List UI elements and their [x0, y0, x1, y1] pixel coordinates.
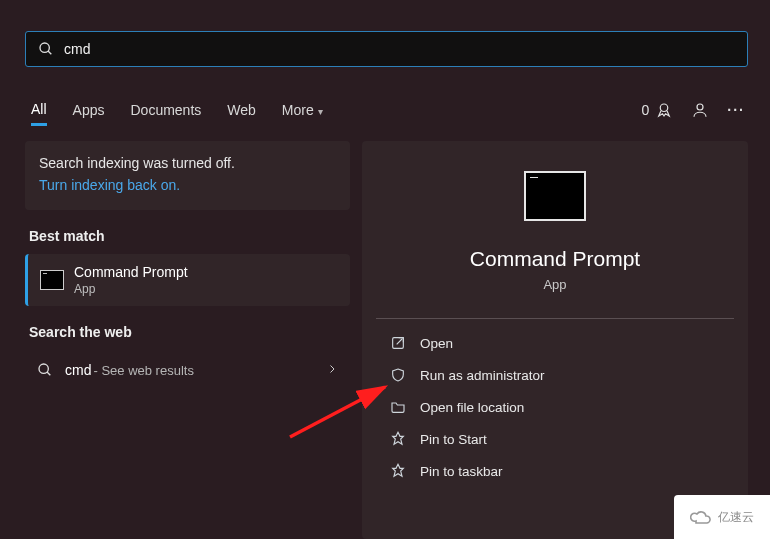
best-match-title: Command Prompt [74, 264, 188, 280]
rewards-button[interactable]: 0 [642, 101, 674, 119]
pin-icon [390, 463, 406, 479]
action-run-admin[interactable]: Run as administrator [386, 359, 724, 391]
web-result-item[interactable]: cmd - See web results [25, 350, 350, 390]
web-result-suffix: - See web results [93, 363, 193, 378]
divider [376, 318, 734, 319]
more-options-button[interactable]: ··· [727, 102, 745, 118]
action-open-location[interactable]: Open file location [386, 391, 724, 423]
search-icon [37, 362, 53, 378]
tab-documents[interactable]: Documents [130, 96, 201, 124]
chevron-right-icon [326, 362, 338, 378]
search-icon [38, 41, 54, 57]
person-icon [691, 101, 709, 119]
cloud-icon [690, 508, 714, 526]
tab-more[interactable]: More▾ [282, 96, 323, 124]
svg-point-4 [39, 364, 48, 373]
preview-subtitle: App [543, 277, 566, 292]
preview-app-icon [524, 171, 586, 221]
header-controls: 0 ··· [642, 101, 745, 119]
tab-apps[interactable]: Apps [73, 96, 105, 124]
action-pin-taskbar-label: Pin to taskbar [420, 464, 503, 479]
cmd-icon [40, 270, 64, 290]
svg-point-2 [661, 104, 669, 112]
tab-web[interactable]: Web [227, 96, 256, 124]
best-match-item[interactable]: Command Prompt App [25, 254, 350, 306]
svg-point-3 [697, 104, 703, 110]
action-pin-start[interactable]: Pin to Start [386, 423, 724, 455]
preview-actions: Open Run as administrator Open file loca… [376, 327, 734, 487]
shield-icon [390, 367, 406, 383]
svg-line-1 [48, 51, 51, 54]
account-button[interactable] [691, 101, 709, 119]
action-run-admin-label: Run as administrator [420, 368, 545, 383]
best-match-subtitle: App [74, 282, 188, 296]
watermark-text: 亿速云 [718, 509, 754, 526]
action-open-label: Open [420, 336, 453, 351]
open-icon [390, 335, 406, 351]
chevron-down-icon: ▾ [318, 106, 323, 117]
search-input[interactable] [64, 41, 735, 57]
results-column: Search indexing was turned off. Turn ind… [25, 141, 350, 390]
medal-icon [655, 101, 673, 119]
indexing-link[interactable]: Turn indexing back on. [39, 175, 336, 197]
indexing-notice: Search indexing was turned off. Turn ind… [25, 141, 350, 210]
action-pin-start-label: Pin to Start [420, 432, 487, 447]
pin-icon [390, 431, 406, 447]
preview-title: Command Prompt [470, 247, 640, 271]
search-bar[interactable] [25, 31, 748, 67]
web-result-query: cmd [65, 362, 91, 378]
watermark: 亿速云 [674, 495, 770, 539]
svg-line-5 [47, 372, 50, 375]
action-open-location-label: Open file location [420, 400, 524, 415]
tabs-row: All Apps Documents Web More▾ 0 ··· [31, 90, 745, 130]
section-best-match: Best match [29, 228, 346, 244]
rewards-count: 0 [642, 102, 650, 118]
folder-icon [390, 399, 406, 415]
preview-panel: Command Prompt App Open Run as administr… [362, 141, 748, 539]
tab-all[interactable]: All [31, 95, 47, 126]
section-search-web: Search the web [29, 324, 346, 340]
svg-point-0 [40, 43, 49, 52]
action-open[interactable]: Open [386, 327, 724, 359]
action-pin-taskbar[interactable]: Pin to taskbar [386, 455, 724, 487]
indexing-message: Search indexing was turned off. [39, 153, 336, 175]
